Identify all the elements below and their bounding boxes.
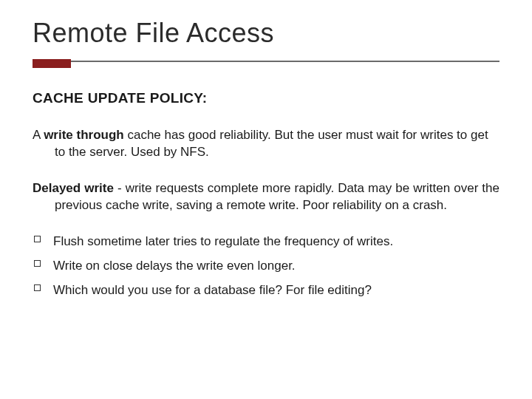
rule-accent-block (33, 59, 71, 68)
bullet-text: Write on close delays the write even lon… (53, 259, 296, 273)
slide: Remote File Access CACHE UPDATE POLICY: … (0, 0, 532, 399)
square-bullet-icon (34, 236, 41, 242)
list-item: Which would you use for a database file?… (33, 282, 499, 299)
bullet-text: Which would you use for a database file?… (53, 283, 372, 297)
slide-title: Remote File Access (33, 18, 499, 49)
para1-lead: A (33, 128, 44, 142)
rule-line (71, 61, 499, 62)
list-item: Flush sometime later tries to regulate t… (33, 233, 499, 250)
para1-bold: write through (44, 128, 124, 142)
bullet-list: Flush sometime later tries to regulate t… (33, 233, 499, 299)
title-rule (33, 56, 499, 69)
para2-rest: - write requests complete more rapidly. … (55, 181, 499, 212)
bullet-text: Flush sometime later tries to regulate t… (53, 234, 393, 248)
section-subheading: CACHE UPDATE POLICY: (33, 90, 499, 106)
square-bullet-icon (34, 260, 41, 267)
paragraph-delayed-write: Delayed write - write requests complete … (33, 180, 499, 214)
para2-bold: Delayed write (33, 181, 114, 195)
paragraph-write-through: A write through cache has good reliabili… (33, 127, 499, 161)
square-bullet-icon (34, 284, 41, 291)
list-item: Write on close delays the write even lon… (33, 258, 499, 275)
